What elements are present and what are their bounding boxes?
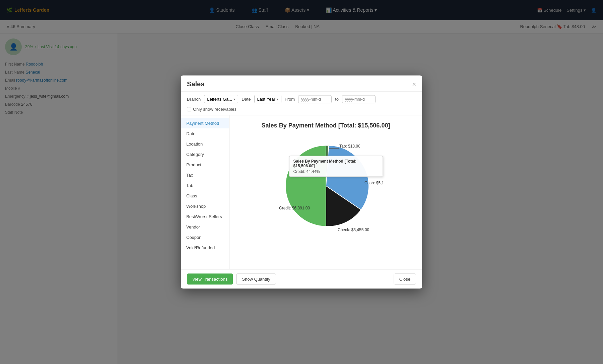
menu-item-payment-method[interactable]: Payment Method: [181, 118, 229, 128]
menu-item-product[interactable]: Product: [181, 160, 229, 170]
modal-close-button[interactable]: ×: [412, 81, 416, 87]
branch-value: Lefferts Ga...: [207, 97, 232, 102]
show-quantity-button[interactable]: Show Quantity: [236, 274, 276, 285]
menu-item-workshop[interactable]: Workshop: [181, 201, 229, 211]
modal-body: Payment Method Date Location Category Pr…: [181, 115, 422, 269]
sales-modal: Sales × Branch Lefferts Ga... ▾ Date Las…: [181, 76, 422, 289]
branch-label: Branch: [187, 97, 201, 102]
pie-chart-container: Tab: $18.00 Cash: $5,142.00 Check: $3,45…: [269, 136, 383, 236]
to-date-input[interactable]: [342, 95, 376, 103]
from-label: From: [285, 97, 295, 102]
chart-area: Sales By Payment Method [Total: $15,506.…: [229, 115, 422, 269]
menu-item-tax[interactable]: Tax: [181, 170, 229, 180]
branch-select[interactable]: Lefferts Ga... ▾: [204, 95, 238, 103]
menu-item-void-refunded[interactable]: Void/Refunded: [181, 243, 229, 253]
modal-filters: Branch Lefferts Ga... ▾ Date Last Year ▾…: [181, 92, 422, 115]
menu-item-location[interactable]: Location: [181, 139, 229, 149]
pie-slice-credit: [286, 146, 326, 226]
branch-chevron-icon: ▾: [233, 97, 235, 101]
check-label-svg: Check: $3,455.00: [338, 227, 369, 232]
menu-item-best-worst[interactable]: Best/Worst Sellers: [181, 211, 229, 222]
chart-title: Sales By Payment Method [Total: $15,506.…: [262, 122, 390, 129]
only-show-receivables-checkbox[interactable]: Only show receivables: [187, 107, 237, 112]
menu-item-date[interactable]: Date: [181, 128, 229, 139]
menu-item-tab[interactable]: Tab: [181, 180, 229, 191]
modal-footer: View Transactions Show Quantity Close: [181, 269, 422, 289]
menu-item-coupon[interactable]: Coupon: [181, 232, 229, 243]
date-chevron-icon: ▾: [277, 97, 278, 101]
credit-label-svg: Credit: $6,891.00: [279, 206, 310, 210]
only-show-label: Only show receivables: [193, 107, 237, 112]
tab-label-svg: Tab: $18.00: [339, 144, 360, 149]
menu-item-vendor[interactable]: Vendor: [181, 222, 229, 232]
modal-title: Sales: [187, 80, 204, 88]
date-label: Date: [242, 97, 251, 102]
cash-label-svg: Cash: $5,142.00: [364, 181, 383, 185]
date-value: Last Year: [257, 97, 275, 102]
footer-left-buttons: View Transactions Show Quantity: [187, 274, 276, 285]
to-label: to: [335, 97, 339, 102]
menu-item-category[interactable]: Category: [181, 149, 229, 160]
close-button[interactable]: Close: [394, 274, 416, 285]
sidebar-menu: Payment Method Date Location Category Pr…: [181, 115, 229, 269]
receivables-checkbox-input[interactable]: [187, 107, 191, 111]
pie-chart-svg: Tab: $18.00 Cash: $5,142.00 Check: $3,45…: [269, 136, 383, 236]
from-date-input[interactable]: [298, 95, 332, 103]
menu-item-class[interactable]: Class: [181, 191, 229, 201]
date-select[interactable]: Last Year ▾: [254, 95, 281, 103]
view-transactions-button[interactable]: View Transactions: [187, 274, 233, 285]
modal-header: Sales ×: [181, 76, 422, 92]
